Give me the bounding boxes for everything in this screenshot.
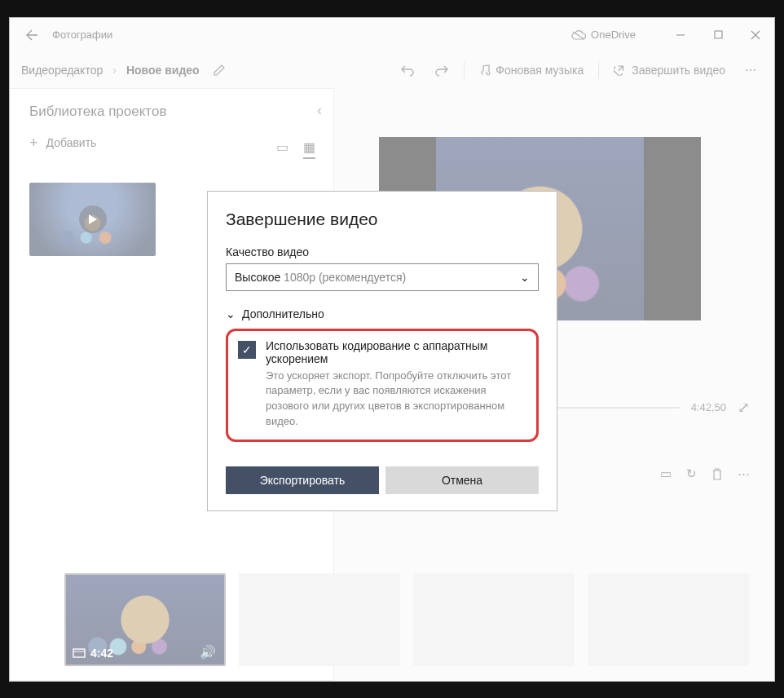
storyboard-empty-slot[interactable] <box>239 573 400 666</box>
storyboard-empty-slot[interactable] <box>588 573 749 666</box>
chevron-right-icon: › <box>112 64 117 77</box>
storyboard-empty-slot[interactable] <box>413 573 575 666</box>
dialog-title: Завершение видео <box>226 210 539 229</box>
app-window: Фотографии OneDrive Видеоредактор › Ново… <box>9 17 775 682</box>
rename-button[interactable] <box>213 64 226 77</box>
svg-rect-2 <box>73 649 85 657</box>
fullscreen-button[interactable]: ⤢ <box>738 399 750 417</box>
redo-button[interactable] <box>425 52 459 88</box>
aspect-button[interactable]: ▭ <box>660 466 672 481</box>
breadcrumb-current[interactable]: Новое видео <box>123 59 203 82</box>
storyboard-clip-1[interactable]: 4:42 🔊 <box>64 573 226 666</box>
export-icon <box>614 64 627 76</box>
add-media-button[interactable]: + Добавить <box>29 135 314 152</box>
bg-music-button[interactable]: Фоновая музыка <box>469 52 593 88</box>
quality-select[interactable]: Высокое 1080p (рекомендуется) ⌄ <box>226 263 539 291</box>
back-button[interactable] <box>15 18 49 52</box>
cancel-button[interactable]: Отмена <box>385 466 539 494</box>
window-controls <box>662 18 774 52</box>
undo-button[interactable] <box>390 52 425 88</box>
title-bar: Фотографии OneDrive <box>10 18 774 52</box>
export-button[interactable]: Экспортировать <box>226 466 379 494</box>
library-clip-thumb[interactable] <box>29 183 156 256</box>
toolbar: Видеоредактор › Новое видео Фоновая музы… <box>10 52 774 88</box>
hw-encoding-checkbox[interactable]: ✓ <box>238 341 256 359</box>
svg-rect-1 <box>715 31 722 38</box>
volume-icon[interactable]: 🔊 <box>200 644 216 660</box>
view-grid-icon[interactable]: ▦ <box>303 139 315 159</box>
delete-button[interactable] <box>711 467 723 480</box>
library-title: Библиотека проектов <box>29 104 314 120</box>
finish-video-dialog: Завершение видео Качество видео Высокое … <box>207 191 557 511</box>
advanced-toggle[interactable]: ⌄ Дополнительно <box>226 307 539 320</box>
finish-video-button[interactable]: Завершить видео <box>604 52 735 88</box>
music-icon <box>479 64 491 76</box>
timeline-time: 4:42,50 <box>691 401 726 413</box>
storyboard-more-button[interactable]: ⋯ <box>738 466 750 481</box>
view-large-icon[interactable]: ▭ <box>276 139 288 159</box>
chevron-down-icon: ⌄ <box>520 271 530 284</box>
hw-encoding-desc: Это ускоряет экспорт. Попробуйте отключи… <box>266 369 526 430</box>
quality-label: Качество видео <box>226 245 539 258</box>
clip-icon <box>73 648 86 658</box>
app-title: Фотографии <box>52 29 112 41</box>
cloud-icon <box>571 30 586 40</box>
rotate-button[interactable]: ↻ <box>686 466 697 481</box>
minimize-button[interactable] <box>662 18 699 52</box>
plus-icon: + <box>29 135 38 152</box>
hw-encoding-callout: ✓ Использовать кодирование с аппаратным … <box>226 329 539 442</box>
play-overlay-icon <box>79 205 107 233</box>
storyboard: 4:42 🔊 <box>64 573 760 666</box>
maximize-button[interactable] <box>699 18 737 52</box>
hw-encoding-title: Использовать кодирование с аппаратным ус… <box>266 339 526 365</box>
close-button[interactable] <box>737 18 774 52</box>
onedrive-button[interactable]: OneDrive <box>571 18 636 52</box>
collapse-library-button[interactable]: ‹ <box>317 102 322 119</box>
breadcrumb-root[interactable]: Видеоредактор <box>18 59 106 82</box>
chevron-down-icon: ⌄ <box>226 307 236 320</box>
clip-duration: 4:42 <box>90 647 113 660</box>
toolbar-more-button[interactable]: ⋯ <box>735 52 766 88</box>
